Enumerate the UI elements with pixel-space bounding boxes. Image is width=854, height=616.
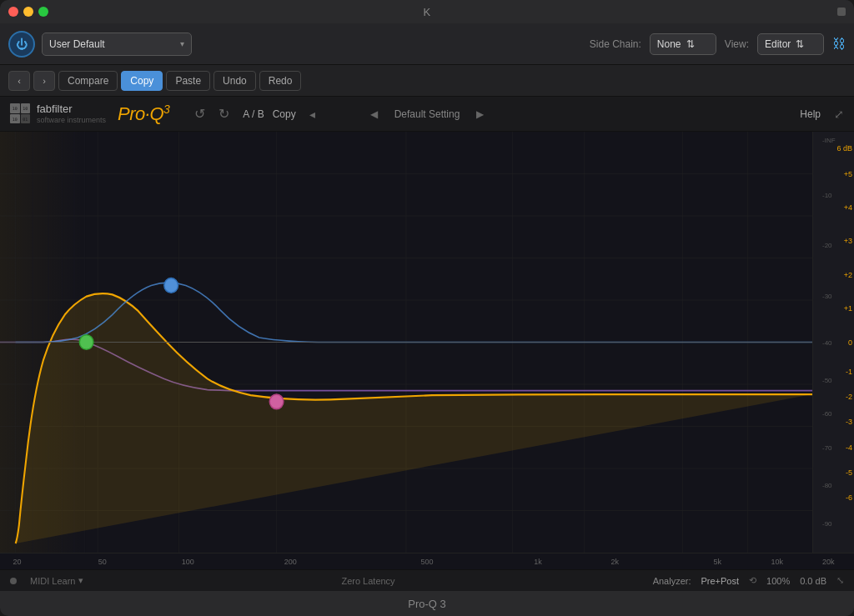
title-bar: K bbox=[0, 0, 854, 23]
chevron-left-icon: ◂ bbox=[309, 108, 315, 121]
ff-product-version: 3 bbox=[163, 103, 169, 116]
redo-icon[interactable]: ↻ bbox=[219, 106, 229, 122]
db-label-minus80: -80 bbox=[822, 482, 832, 489]
db-label-minus10: -10 bbox=[822, 191, 832, 198]
window-bottom-title: Pro-Q 3 bbox=[408, 598, 446, 610]
maximize-button[interactable] bbox=[38, 7, 48, 17]
freq-label-10k: 10k bbox=[771, 558, 784, 566]
ff-logo: 10 10 10 01 fabfilter software instrumen… bbox=[10, 103, 169, 125]
db-label-0: 0 bbox=[848, 338, 852, 347]
analyzer-label: Analyzer: bbox=[653, 576, 691, 586]
preset-dropdown[interactable]: User Default ▾ bbox=[42, 33, 192, 56]
logo-cell-2: 10 bbox=[21, 103, 31, 113]
svg-point-24 bbox=[79, 335, 93, 350]
sidechain-arrow-icon: ⇅ bbox=[686, 38, 695, 50]
reset-icon[interactable]: ⟲ bbox=[749, 575, 756, 586]
title-bar-text: K bbox=[423, 6, 430, 18]
db-label-6: 6 dB bbox=[836, 144, 852, 153]
midi-learn-dropdown[interactable]: MIDI Learn ▾ bbox=[30, 575, 83, 586]
db-label-inf: -INF bbox=[822, 137, 836, 144]
db-label-minus60: -60 bbox=[822, 410, 832, 418]
freq-label-50: 50 bbox=[98, 558, 107, 566]
preset-label: User Default bbox=[49, 38, 175, 50]
sidechain-value: None bbox=[657, 38, 681, 50]
db-label-minus30: -30 bbox=[822, 292, 832, 299]
window-bottom-bar: Pro-Q 3 bbox=[0, 591, 854, 616]
logo-cell-4: 01 bbox=[21, 114, 31, 124]
minimize-button[interactable] bbox=[23, 7, 33, 17]
resize-icon[interactable]: ⤡ bbox=[836, 575, 844, 586]
ff-header-controls: ↺ ↻ A / B Copy ◂ bbox=[194, 106, 314, 122]
ab-button[interactable]: A / B Copy bbox=[243, 108, 295, 120]
top-bar: ⏻ User Default ▾ Side Chain: None ⇅ View… bbox=[0, 23, 854, 65]
view-arrow-icon: ⇅ bbox=[796, 38, 804, 50]
ff-product-label: Pro·Q bbox=[118, 103, 163, 124]
view-value: Editor bbox=[765, 38, 791, 50]
db-label-minus2: -2 bbox=[846, 393, 852, 401]
db-scale-orange: 6 dB +5 +4 +3 +2 +1 0 -1 -2 -3 -4 -5 -6 … bbox=[821, 132, 854, 553]
ff-preset-nav: ◀ Default Setting ▶ bbox=[370, 108, 485, 120]
eq-svg bbox=[0, 132, 812, 553]
sidechain-dropdown[interactable]: None ⇅ bbox=[650, 33, 716, 55]
copy-button[interactable]: Copy bbox=[121, 71, 163, 91]
sidechain-label: Side Chain: bbox=[590, 38, 641, 50]
close-button[interactable] bbox=[8, 7, 18, 17]
ff-header-right: Help ⤢ bbox=[800, 108, 844, 121]
analyzer-value[interactable]: Pre+Post bbox=[701, 576, 739, 586]
freq-label-5k: 5k bbox=[713, 558, 721, 566]
view-label: View: bbox=[725, 38, 749, 50]
midi-learn-arrow: ▾ bbox=[78, 575, 83, 586]
help-button[interactable]: Help bbox=[800, 108, 821, 120]
back-button[interactable]: ‹ bbox=[8, 71, 30, 91]
db-label-minus4: -4 bbox=[846, 443, 852, 452]
db-label-plus3: +3 bbox=[844, 237, 852, 245]
gain-value: 0.0 dB bbox=[800, 576, 826, 586]
freq-label-100: 100 bbox=[182, 558, 194, 566]
db-label-minus6: -6 bbox=[846, 493, 852, 502]
plugin-window: K ⏻ User Default ▾ Side Chain: None ⇅ Vi… bbox=[0, 0, 854, 616]
power-button[interactable]: ⏻ bbox=[8, 31, 35, 58]
eq-area[interactable]: 6 dB +5 +4 +3 +2 +1 0 -1 -2 -3 -4 -5 -6 … bbox=[0, 132, 854, 553]
db-label-minus90: -90 bbox=[822, 519, 832, 527]
svg-point-25 bbox=[164, 278, 178, 293]
logo-cell-1: 10 bbox=[10, 103, 20, 113]
db-label-plus1: +1 bbox=[844, 304, 852, 313]
compare-button[interactable]: Compare bbox=[58, 71, 118, 91]
db-label-plus2: +2 bbox=[844, 271, 852, 279]
db-label-minus5: -5 bbox=[846, 468, 852, 477]
preset-next-icon[interactable]: ▶ bbox=[476, 108, 484, 120]
redo-button[interactable]: Redo bbox=[259, 71, 302, 91]
forward-button[interactable]: › bbox=[33, 71, 55, 91]
top-bar-right: Side Chain: None ⇅ View: Editor ⇅ ⛓ bbox=[590, 33, 846, 55]
ff-product-name: Pro·Q3 bbox=[118, 103, 169, 125]
db-label-minus40: -40 bbox=[822, 338, 832, 346]
freq-label-2k: 2k bbox=[611, 558, 620, 566]
paste-button[interactable]: Paste bbox=[166, 71, 210, 91]
db-label-minus20: -20 bbox=[822, 242, 832, 249]
zoom-value: 100% bbox=[766, 576, 790, 586]
toolbar: ‹ › Compare Copy Paste Undo Redo bbox=[0, 65, 854, 97]
view-dropdown[interactable]: Editor ⇅ bbox=[757, 33, 824, 55]
status-right: Analyzer: Pre+Post ⟲ 100% 0.0 dB ⤡ bbox=[653, 575, 844, 586]
plugin-container: ⏻ User Default ▾ Side Chain: None ⇅ View… bbox=[0, 23, 854, 591]
db-label-plus5: +5 bbox=[844, 170, 852, 178]
svg-point-26 bbox=[269, 394, 284, 409]
midi-indicator[interactable] bbox=[10, 578, 17, 584]
undo-icon[interactable]: ↺ bbox=[194, 106, 205, 122]
expand-icon[interactable]: ⤢ bbox=[834, 108, 844, 121]
freq-label-500: 500 bbox=[420, 558, 433, 566]
ff-logo-text: fabfilter software instruments bbox=[37, 103, 106, 124]
preset-prev-icon[interactable]: ◀ bbox=[370, 108, 378, 120]
freq-label-200: 200 bbox=[284, 558, 297, 566]
status-bar: MIDI Learn ▾ Zero Latency Analyzer: Pre+… bbox=[0, 569, 854, 591]
ff-subtitle: software instruments bbox=[37, 116, 106, 125]
midi-learn-label: MIDI Learn bbox=[30, 576, 75, 586]
freq-label-20: 20 bbox=[13, 558, 21, 566]
link-icon[interactable]: ⛓ bbox=[832, 37, 846, 52]
latency-label: Zero Latency bbox=[97, 576, 639, 586]
eq-canvas[interactable] bbox=[0, 132, 812, 553]
undo-button[interactable]: Undo bbox=[214, 71, 256, 91]
db-label-minus50: -50 bbox=[822, 376, 832, 383]
freq-label-1k: 1k bbox=[534, 558, 542, 566]
db-label-minus3: -3 bbox=[846, 418, 852, 426]
